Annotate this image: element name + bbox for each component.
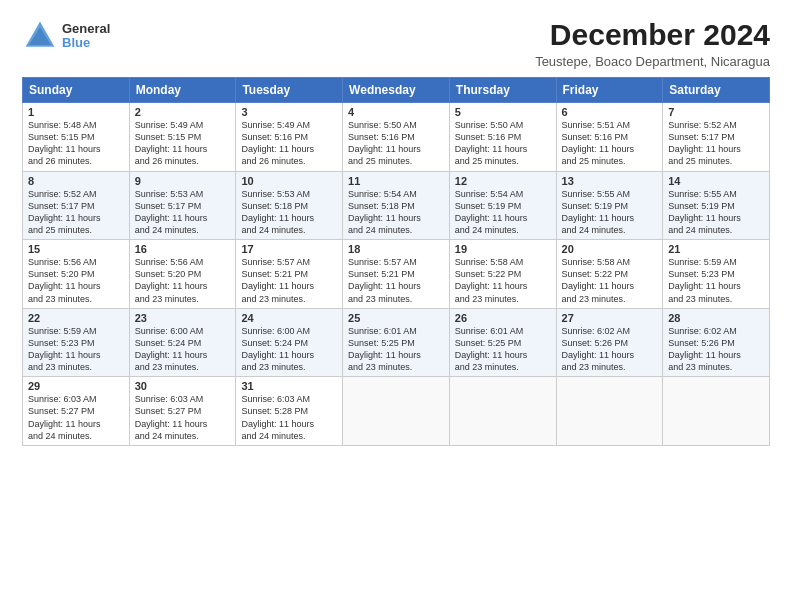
- day-number: 24: [241, 312, 337, 324]
- day-cell: 30Sunrise: 6:03 AM Sunset: 5:27 PM Dayli…: [129, 377, 236, 446]
- calendar-body: 1Sunrise: 5:48 AM Sunset: 5:15 PM Daylig…: [23, 103, 770, 446]
- day-cell: 18Sunrise: 5:57 AM Sunset: 5:21 PM Dayli…: [343, 240, 450, 309]
- day-number: 16: [135, 243, 231, 255]
- day-info: Sunrise: 5:58 AM Sunset: 5:22 PM Dayligh…: [562, 256, 658, 305]
- day-info: Sunrise: 5:48 AM Sunset: 5:15 PM Dayligh…: [28, 119, 124, 168]
- day-number: 28: [668, 312, 764, 324]
- day-cell: 1Sunrise: 5:48 AM Sunset: 5:15 PM Daylig…: [23, 103, 130, 172]
- day-number: 26: [455, 312, 551, 324]
- day-info: Sunrise: 6:00 AM Sunset: 5:24 PM Dayligh…: [241, 325, 337, 374]
- day-cell: 5Sunrise: 5:50 AM Sunset: 5:16 PM Daylig…: [449, 103, 556, 172]
- header-cell-friday: Friday: [556, 78, 663, 103]
- header: General Blue December 2024 Teustepe, Boa…: [22, 18, 770, 69]
- header-cell-wednesday: Wednesday: [343, 78, 450, 103]
- week-row-3: 15Sunrise: 5:56 AM Sunset: 5:20 PM Dayli…: [23, 240, 770, 309]
- day-info: Sunrise: 6:02 AM Sunset: 5:26 PM Dayligh…: [562, 325, 658, 374]
- day-number: 29: [28, 380, 124, 392]
- day-info: Sunrise: 5:55 AM Sunset: 5:19 PM Dayligh…: [668, 188, 764, 237]
- day-cell: 10Sunrise: 5:53 AM Sunset: 5:18 PM Dayli…: [236, 171, 343, 240]
- logo-line2: Blue: [62, 36, 110, 50]
- day-number: 3: [241, 106, 337, 118]
- day-info: Sunrise: 5:54 AM Sunset: 5:19 PM Dayligh…: [455, 188, 551, 237]
- day-number: 19: [455, 243, 551, 255]
- week-row-2: 8Sunrise: 5:52 AM Sunset: 5:17 PM Daylig…: [23, 171, 770, 240]
- day-info: Sunrise: 5:58 AM Sunset: 5:22 PM Dayligh…: [455, 256, 551, 305]
- day-cell: 6Sunrise: 5:51 AM Sunset: 5:16 PM Daylig…: [556, 103, 663, 172]
- day-cell: 28Sunrise: 6:02 AM Sunset: 5:26 PM Dayli…: [663, 308, 770, 377]
- day-info: Sunrise: 6:03 AM Sunset: 5:27 PM Dayligh…: [28, 393, 124, 442]
- day-number: 31: [241, 380, 337, 392]
- day-cell: 14Sunrise: 5:55 AM Sunset: 5:19 PM Dayli…: [663, 171, 770, 240]
- week-row-5: 29Sunrise: 6:03 AM Sunset: 5:27 PM Dayli…: [23, 377, 770, 446]
- day-cell: 2Sunrise: 5:49 AM Sunset: 5:15 PM Daylig…: [129, 103, 236, 172]
- day-cell: 9Sunrise: 5:53 AM Sunset: 5:17 PM Daylig…: [129, 171, 236, 240]
- calendar-table: SundayMondayTuesdayWednesdayThursdayFrid…: [22, 77, 770, 446]
- day-info: Sunrise: 5:52 AM Sunset: 5:17 PM Dayligh…: [28, 188, 124, 237]
- week-row-1: 1Sunrise: 5:48 AM Sunset: 5:15 PM Daylig…: [23, 103, 770, 172]
- day-info: Sunrise: 6:02 AM Sunset: 5:26 PM Dayligh…: [668, 325, 764, 374]
- day-number: 11: [348, 175, 444, 187]
- day-cell: 4Sunrise: 5:50 AM Sunset: 5:16 PM Daylig…: [343, 103, 450, 172]
- day-cell: [663, 377, 770, 446]
- header-cell-thursday: Thursday: [449, 78, 556, 103]
- day-number: 17: [241, 243, 337, 255]
- day-info: Sunrise: 6:03 AM Sunset: 5:27 PM Dayligh…: [135, 393, 231, 442]
- week-row-4: 22Sunrise: 5:59 AM Sunset: 5:23 PM Dayli…: [23, 308, 770, 377]
- logo: General Blue: [22, 18, 110, 54]
- header-cell-saturday: Saturday: [663, 78, 770, 103]
- day-cell: 12Sunrise: 5:54 AM Sunset: 5:19 PM Dayli…: [449, 171, 556, 240]
- logo-line1: General: [62, 22, 110, 36]
- day-cell: 26Sunrise: 6:01 AM Sunset: 5:25 PM Dayli…: [449, 308, 556, 377]
- day-cell: 13Sunrise: 5:55 AM Sunset: 5:19 PM Dayli…: [556, 171, 663, 240]
- day-info: Sunrise: 5:54 AM Sunset: 5:18 PM Dayligh…: [348, 188, 444, 237]
- day-info: Sunrise: 5:56 AM Sunset: 5:20 PM Dayligh…: [135, 256, 231, 305]
- day-number: 4: [348, 106, 444, 118]
- logo-icon: [22, 18, 58, 54]
- day-cell: 7Sunrise: 5:52 AM Sunset: 5:17 PM Daylig…: [663, 103, 770, 172]
- day-cell: 19Sunrise: 5:58 AM Sunset: 5:22 PM Dayli…: [449, 240, 556, 309]
- day-info: Sunrise: 5:49 AM Sunset: 5:15 PM Dayligh…: [135, 119, 231, 168]
- day-number: 5: [455, 106, 551, 118]
- day-cell: 20Sunrise: 5:58 AM Sunset: 5:22 PM Dayli…: [556, 240, 663, 309]
- day-cell: [556, 377, 663, 446]
- calendar-header: SundayMondayTuesdayWednesdayThursdayFrid…: [23, 78, 770, 103]
- main-title: December 2024: [535, 18, 770, 52]
- day-cell: 8Sunrise: 5:52 AM Sunset: 5:17 PM Daylig…: [23, 171, 130, 240]
- day-info: Sunrise: 5:56 AM Sunset: 5:20 PM Dayligh…: [28, 256, 124, 305]
- day-number: 25: [348, 312, 444, 324]
- subtitle: Teustepe, Boaco Department, Nicaragua: [535, 54, 770, 69]
- day-cell: [343, 377, 450, 446]
- day-number: 30: [135, 380, 231, 392]
- day-info: Sunrise: 5:57 AM Sunset: 5:21 PM Dayligh…: [348, 256, 444, 305]
- day-info: Sunrise: 5:59 AM Sunset: 5:23 PM Dayligh…: [28, 325, 124, 374]
- day-info: Sunrise: 5:53 AM Sunset: 5:18 PM Dayligh…: [241, 188, 337, 237]
- day-cell: [449, 377, 556, 446]
- day-cell: 3Sunrise: 5:49 AM Sunset: 5:16 PM Daylig…: [236, 103, 343, 172]
- day-info: Sunrise: 5:52 AM Sunset: 5:17 PM Dayligh…: [668, 119, 764, 168]
- day-cell: 15Sunrise: 5:56 AM Sunset: 5:20 PM Dayli…: [23, 240, 130, 309]
- day-info: Sunrise: 5:55 AM Sunset: 5:19 PM Dayligh…: [562, 188, 658, 237]
- day-number: 21: [668, 243, 764, 255]
- day-info: Sunrise: 6:01 AM Sunset: 5:25 PM Dayligh…: [348, 325, 444, 374]
- day-number: 9: [135, 175, 231, 187]
- day-info: Sunrise: 6:03 AM Sunset: 5:28 PM Dayligh…: [241, 393, 337, 442]
- day-info: Sunrise: 6:01 AM Sunset: 5:25 PM Dayligh…: [455, 325, 551, 374]
- day-number: 20: [562, 243, 658, 255]
- day-cell: 22Sunrise: 5:59 AM Sunset: 5:23 PM Dayli…: [23, 308, 130, 377]
- day-number: 18: [348, 243, 444, 255]
- day-number: 6: [562, 106, 658, 118]
- day-cell: 29Sunrise: 6:03 AM Sunset: 5:27 PM Dayli…: [23, 377, 130, 446]
- day-number: 13: [562, 175, 658, 187]
- title-block: December 2024 Teustepe, Boaco Department…: [535, 18, 770, 69]
- day-number: 15: [28, 243, 124, 255]
- day-number: 14: [668, 175, 764, 187]
- day-number: 10: [241, 175, 337, 187]
- day-info: Sunrise: 5:50 AM Sunset: 5:16 PM Dayligh…: [455, 119, 551, 168]
- day-info: Sunrise: 5:57 AM Sunset: 5:21 PM Dayligh…: [241, 256, 337, 305]
- day-info: Sunrise: 6:00 AM Sunset: 5:24 PM Dayligh…: [135, 325, 231, 374]
- day-cell: 17Sunrise: 5:57 AM Sunset: 5:21 PM Dayli…: [236, 240, 343, 309]
- header-cell-sunday: Sunday: [23, 78, 130, 103]
- day-cell: 11Sunrise: 5:54 AM Sunset: 5:18 PM Dayli…: [343, 171, 450, 240]
- logo-text: General Blue: [62, 22, 110, 51]
- day-cell: 24Sunrise: 6:00 AM Sunset: 5:24 PM Dayli…: [236, 308, 343, 377]
